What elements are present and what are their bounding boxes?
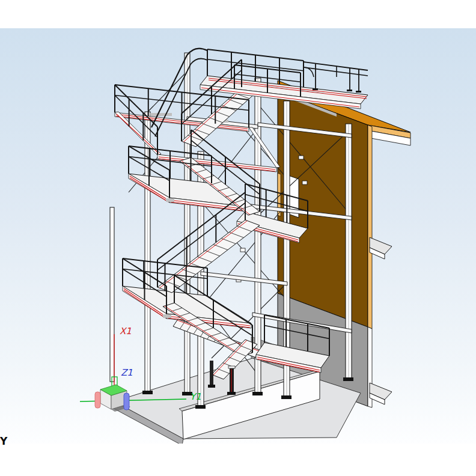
- cube-red-handle[interactable]: [95, 392, 100, 408]
- view-name-label: Y: [0, 435, 8, 447]
- gusset: [150, 113, 172, 116]
- cad-window: X1 Z1 Y1 Y: [0, 0, 476, 476]
- turnbuckle: [299, 156, 304, 159]
- wall-right-edge: [368, 125, 372, 329]
- cube-blue-handle[interactable]: [124, 393, 129, 410]
- z-axis-label: Z1: [121, 367, 133, 378]
- stair-post: [210, 361, 213, 386]
- turnbuckle: [240, 248, 245, 252]
- x-axis-label: X1: [120, 326, 132, 337]
- model-viewport[interactable]: X1 Z1 Y1 Y: [0, 0, 476, 476]
- turnbuckle: [302, 181, 307, 185]
- y-axis-label: Y1: [190, 391, 201, 402]
- column[interactable]: [110, 207, 114, 382]
